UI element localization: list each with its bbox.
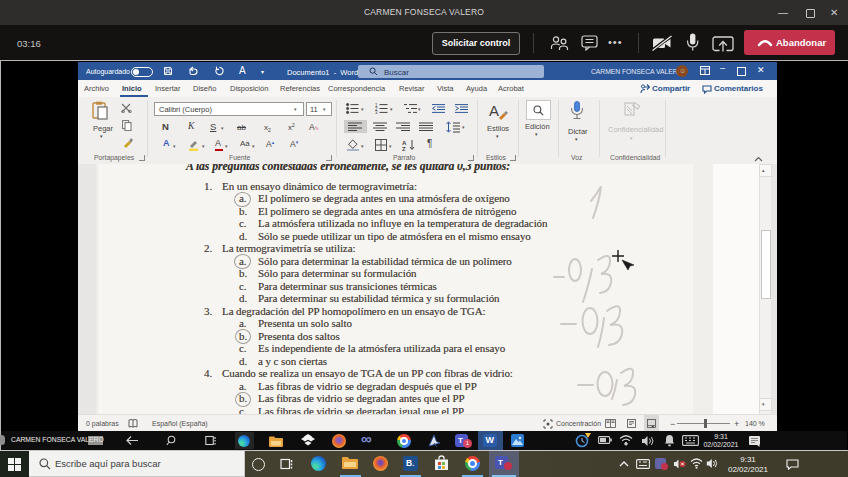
svg-text:Z: Z	[402, 146, 406, 151]
svg-text:3: 3	[375, 110, 378, 114]
svg-text:A: A	[402, 140, 407, 146]
